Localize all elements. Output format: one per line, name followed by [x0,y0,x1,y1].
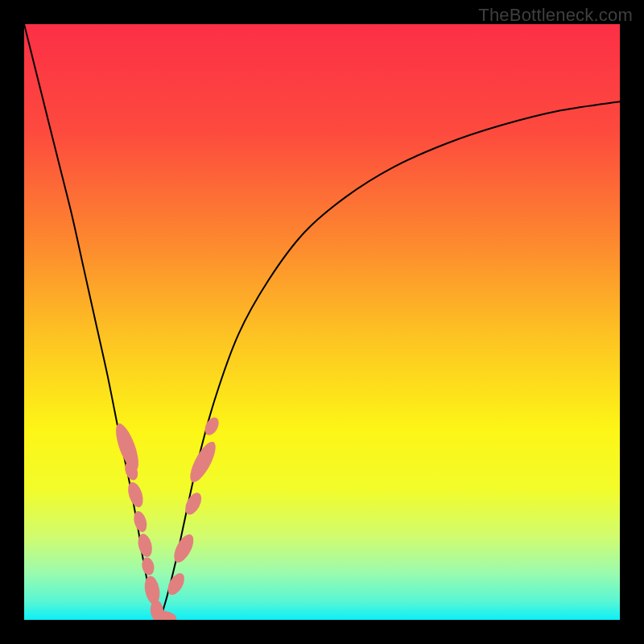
curves-layer [24,24,620,620]
watermark-label: TheBottleneck.com [478,5,633,26]
curve-marker [142,575,162,605]
chart-frame: TheBottleneck.com [0,0,644,644]
plot-area [24,24,620,620]
curve-marker [126,481,147,510]
curve-marker [185,439,220,486]
right-curve [160,101,620,620]
curve-marker [132,510,150,534]
curve-marker [170,531,197,565]
